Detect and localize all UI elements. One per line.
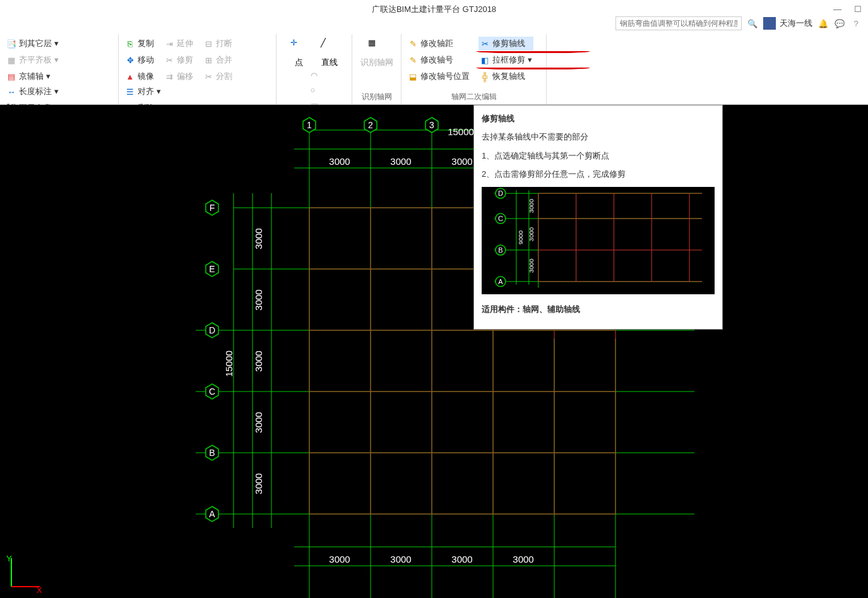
length-label-button[interactable]: ↔长度标注 ▾ (5, 85, 60, 99)
extend-button[interactable]: ⇥延伸 (163, 37, 194, 51)
align-icon: ☰ (125, 87, 135, 97)
svg-text:F: F (210, 203, 215, 213)
row-bubble-d: D (206, 323, 218, 338)
svg-text:3000: 3000 (253, 473, 264, 494)
svg-text:3000: 3000 (528, 198, 535, 213)
drawing-canvas[interactable]: 15000 3000 3000 3000 3000 3000 3000 3000… (0, 105, 868, 598)
group-identify-label: 识别轴网 (357, 90, 396, 104)
board-icon: ▦ (6, 55, 16, 65)
col-bubble-2: 2 (364, 117, 377, 133)
svg-text:3000: 3000 (253, 228, 264, 249)
split-icon: ✂ (203, 71, 213, 81)
search-icon[interactable]: 🔍 (747, 18, 758, 29)
restore-axis-button[interactable]: ╬恢复轴线 (479, 69, 533, 83)
svg-text:3000: 3000 (451, 554, 472, 565)
svg-text:3000: 3000 (253, 350, 264, 371)
aux-axis-button[interactable]: ▤京辅轴 ▾ (5, 69, 60, 83)
user-info[interactable]: 天海一线 (763, 17, 812, 30)
break-button[interactable]: ⊟打断 (202, 37, 234, 51)
row-bubble-c: C (206, 384, 218, 399)
svg-text:3000: 3000 (253, 412, 264, 433)
svg-text:Y: Y (6, 555, 12, 563)
svg-text:E: E (209, 264, 215, 274)
tooltip-applies: 适用构件：轴网、辅助轴线 (482, 303, 715, 316)
split-button[interactable]: ✂分割 (202, 69, 234, 83)
svg-text:D: D (498, 189, 503, 197)
ribbon: 📑到其它层 ▾ ▦齐平齐板 ▾ ▤京辅轴 ▾ ↔长度标注 ▾ 💾图元存盘 ▾ ▼… (0, 34, 868, 105)
tooltip-desc: 去掉某条轴线中不需要的部分 (482, 131, 715, 143)
tooltip-preview: A B C D 9000 3000 3000 3000 (482, 187, 715, 294)
mirror-button[interactable]: ▲镜像 (124, 69, 155, 83)
search-input[interactable] (615, 16, 742, 30)
box-icon: ◧ (480, 55, 490, 65)
ribbon-group-draw: ✛点 ╱直线 ◠ ○ ▭ 绘图 ▾ (276, 34, 352, 104)
svg-text:C: C (498, 215, 503, 222)
row-bubble-b: B (206, 445, 218, 460)
mod-axis-num-button[interactable]: ✎修改轴号 (407, 53, 471, 67)
copy-icon: ⎘ (125, 39, 135, 49)
mod-axis-dist-button[interactable]: ✎修改轴距 (407, 37, 471, 51)
scissors-icon: ✂ (480, 39, 490, 49)
point-button[interactable]: ✛点 (288, 37, 311, 69)
svg-text:3000: 3000 (390, 554, 411, 565)
svg-text:9000: 9000 (517, 230, 524, 244)
ribbon-group-modify: ⎘复制 ✥移动 ▲镜像 ⇥延伸 ✂修剪 ⇉偏移 ⊟打断 ⊞合并 ✂分割 ☰对齐 … (119, 34, 276, 104)
mod-axis-pos-button[interactable]: ⬓修改轴号位置 (407, 69, 471, 83)
svg-text:3000: 3000 (329, 554, 350, 565)
svg-text:3: 3 (429, 120, 434, 130)
svg-text:15000: 15000 (223, 350, 234, 377)
svg-text:X: X (37, 585, 42, 593)
offset-button[interactable]: ⇉偏移 (163, 69, 194, 83)
align-button[interactable]: ☰对齐 ▾ (124, 85, 162, 99)
layers-icon: 📑 (6, 39, 16, 49)
line-button[interactable]: ╱直线 (318, 37, 341, 69)
trim-button[interactable]: ✂修剪 (163, 53, 194, 67)
copy-button[interactable]: ⎘复制 (124, 37, 155, 51)
to-other-layer-button[interactable]: 📑到其它层 ▾ (5, 37, 60, 51)
row-bubble-a: A (206, 506, 218, 522)
svg-text:A: A (209, 509, 215, 519)
circle-icon[interactable]: ○ (311, 85, 318, 95)
svg-text:C: C (209, 386, 215, 397)
search-bar: 🔍 天海一线 🔔 💬 ? (615, 16, 862, 30)
move-button[interactable]: ✥移动 (124, 53, 155, 67)
identify-grid-button[interactable]: ▦识别轴网 (358, 37, 396, 69)
arc-icon[interactable]: ◠ (311, 71, 318, 80)
grid-svg: 15000 3000 3000 3000 3000 3000 3000 3000… (0, 105, 868, 598)
edit-icon: ✎ (408, 55, 418, 65)
svg-text:2: 2 (368, 120, 373, 130)
col-span-dim: 15000 (448, 126, 474, 137)
bell-icon[interactable]: 🔔 (817, 18, 829, 29)
row-bubble-f: F (206, 200, 218, 215)
chat-icon[interactable]: 💬 (834, 18, 845, 29)
level-board-button[interactable]: ▦齐平齐板 ▾ (5, 53, 60, 67)
axis-icon: ▤ (6, 71, 16, 81)
trim-icon: ✂ (164, 55, 174, 65)
user-name: 天海一线 (780, 18, 812, 29)
box-trim-button[interactable]: ◧拉框修剪 ▾ (479, 53, 533, 67)
row-bubble-e: E (206, 261, 218, 277)
group-grid-edit-label: 轴网二次编辑 (407, 90, 541, 104)
move-icon: ✥ (125, 55, 135, 65)
tooltip-step2: 2、点击需修剪部分任意一点，完成修剪 (482, 168, 715, 181)
svg-text:B: B (209, 448, 215, 458)
offset-icon: ⇉ (164, 71, 174, 81)
svg-text:D: D (209, 325, 215, 335)
help-icon[interactable]: ? (850, 18, 862, 29)
col-bubble-1: 1 (303, 117, 316, 133)
position-icon: ⬓ (408, 71, 418, 81)
edit-icon: ✎ (408, 39, 418, 49)
svg-text:1: 1 (307, 120, 312, 130)
col-bubble-3: 3 (425, 117, 438, 133)
merge-button[interactable]: ⊞合并 (202, 53, 234, 67)
break-icon: ⊟ (203, 39, 213, 49)
trim-axis-button[interactable]: ✂修剪轴线 (479, 37, 533, 51)
mirror-icon: ▲ (125, 71, 135, 81)
point-icon: ✛ (290, 38, 308, 56)
ribbon-group-identify: ▦识别轴网 识别轴网 (352, 34, 401, 104)
tooltip-title: 修剪轴线 (482, 113, 715, 124)
svg-text:3000: 3000 (451, 156, 472, 167)
svg-text:3000: 3000 (528, 258, 535, 273)
svg-text:3000: 3000 (513, 554, 533, 565)
svg-text:B: B (498, 246, 502, 253)
